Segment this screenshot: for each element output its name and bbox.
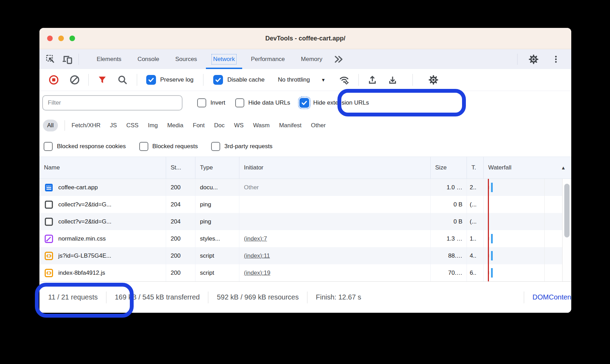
blocked-requests-label[interactable]: Blocked requests [152,143,198,150]
record-network-log-icon[interactable] [49,75,59,85]
initiator-link[interactable]: (index):19 [244,270,270,276]
type-filter-font[interactable]: Font [193,122,205,129]
tabbar-divider [79,54,79,65]
toolbar-divider [137,74,137,86]
column-header-size[interactable]: Size [431,157,467,179]
statusbar-divider [106,291,106,303]
table-row[interactable]: coffee-cart.app 200 docu... Other 1.0 … … [39,179,571,196]
table-row[interactable]: index-8bfa4912.js 200 script (index):19 … [39,264,571,281]
clear-network-log-icon[interactable] [69,75,80,85]
more-tabs-icon[interactable] [333,53,345,66]
tab-memory[interactable]: Memory [293,49,330,69]
hide-data-urls-checkbox[interactable] [235,98,244,107]
statusbar-divider [524,291,524,303]
requests-count: 11 / 21 requests [48,293,98,301]
dom-content-loaded-label: DOMConten [533,293,571,301]
resources-size: 592 kB / 969 kB resources [217,293,299,301]
waterfall-bar [491,251,493,260]
import-har-icon[interactable] [367,75,378,85]
filter-input[interactable] [42,95,183,111]
type-filter-other[interactable]: Other [311,122,326,129]
type-filter-css[interactable]: CSS [126,122,139,129]
table-row[interactable]: collect?v=2&tid=G... 204 ping 0 B (... [39,213,571,230]
ping-icon [44,217,54,227]
type-filter-ws[interactable]: WS [234,122,244,129]
type-filter-img[interactable]: Img [148,122,158,129]
waterfall-dcl-event-line [488,179,489,281]
scrollbar-thumb[interactable] [564,184,570,237]
inspect-element-icon[interactable] [44,53,57,66]
third-party-requests-checkbox[interactable] [211,142,220,151]
tab-console[interactable]: Console [129,49,167,69]
resource-type-filters: All Fetch/XHR JS CSS Img Media Font Doc … [39,115,571,136]
document-icon [44,182,54,193]
initiator-link[interactable]: (index):7 [244,235,267,242]
type-filter-media[interactable]: Media [167,122,183,129]
status-bar: 11 / 21 requests 169 kB / 545 kB transfe… [39,281,571,313]
invert-checkbox[interactable] [197,98,206,107]
initiator-link[interactable]: (index):11 [244,252,270,259]
tab-elements[interactable]: Elements [89,49,129,69]
kebab-menu-icon[interactable] [550,53,562,66]
export-har-icon[interactable] [387,75,398,85]
type-filter-wasm[interactable]: Wasm [253,122,270,129]
request-table-header: Name St... Type Initiator Size T. Waterf… [39,157,571,179]
table-scrollbar[interactable] [562,179,571,281]
tab-sources[interactable]: Sources [167,49,205,69]
blocked-response-cookies-checkbox[interactable] [44,142,53,151]
waterfall-bar [491,268,493,278]
network-settings-gear-icon[interactable] [428,75,439,85]
zoom-button[interactable] [69,36,75,41]
column-header-waterfall[interactable]: Waterfall ▲ [484,157,571,179]
preserve-log-checkbox[interactable] [146,75,156,85]
type-filter-js[interactable]: JS [110,122,117,129]
type-filter-fetch-xhr[interactable]: Fetch/XHR [72,122,101,129]
waterfall-cell [484,213,571,230]
network-conditions-icon[interactable] [339,75,349,85]
throttling-select[interactable]: No throttling [278,76,310,83]
search-icon[interactable] [117,75,128,85]
column-header-time[interactable]: T. [467,157,484,179]
hide-extension-urls-label[interactable]: Hide extension URLs [313,99,369,106]
tab-network[interactable]: Network [205,49,243,69]
table-row[interactable]: js?id=G-LB75G4E... 200 script (index):11… [39,247,571,264]
close-button[interactable] [47,36,53,41]
type-filter-all[interactable]: All [43,120,58,131]
request-initiator: Other [244,184,259,191]
waterfall-bar [491,234,493,243]
throttling-dropdown-caret-icon[interactable]: ▼ [321,77,326,83]
preserve-log-label[interactable]: Preserve log [160,76,193,83]
disable-cache-checkbox[interactable] [213,75,223,85]
request-type: script [195,247,239,264]
blocked-response-cookies-label[interactable]: Blocked response cookies [57,143,126,150]
table-row[interactable]: collect?v=2&tid=G... 204 ping 0 B (... [39,196,571,213]
disable-cache-label[interactable]: Disable cache [227,76,265,83]
tab-performance[interactable]: Performance [243,49,293,69]
typerow-divider [65,120,65,131]
settings-gear-icon[interactable] [527,53,540,66]
toolbar-divider [203,74,203,86]
third-party-requests-label[interactable]: 3rd-party requests [224,143,273,150]
network-filter-row: Invert Hide data URLs Hide extension URL… [39,91,571,115]
table-row[interactable]: normalize.min.css 200 styles... (index):… [39,230,571,247]
hide-extension-urls-checkbox[interactable] [299,98,309,108]
minimize-button[interactable] [58,36,64,41]
request-size: 1.3 … [431,230,467,247]
filter-funnel-icon[interactable] [97,75,107,85]
type-filter-doc[interactable]: Doc [214,122,225,129]
column-header-name[interactable]: Name [39,157,166,179]
request-name: coffee-cart.app [58,184,98,191]
request-size: 0 B [431,196,467,213]
request-type: script [195,264,239,281]
column-header-type[interactable]: Type [195,157,239,179]
tabbar-right-controls [517,53,562,66]
column-header-initiator[interactable]: Initiator [239,157,431,179]
request-time: (... [467,213,484,230]
column-header-status[interactable]: St... [166,157,195,179]
request-name: collect?v=2&tid=G... [58,218,111,225]
type-filter-manifest[interactable]: Manifest [279,122,302,129]
blocked-requests-checkbox[interactable] [139,142,148,151]
device-toolbar-icon[interactable] [61,53,74,66]
hide-data-urls-label[interactable]: Hide data URLs [248,99,290,106]
invert-label[interactable]: Invert [210,99,225,106]
